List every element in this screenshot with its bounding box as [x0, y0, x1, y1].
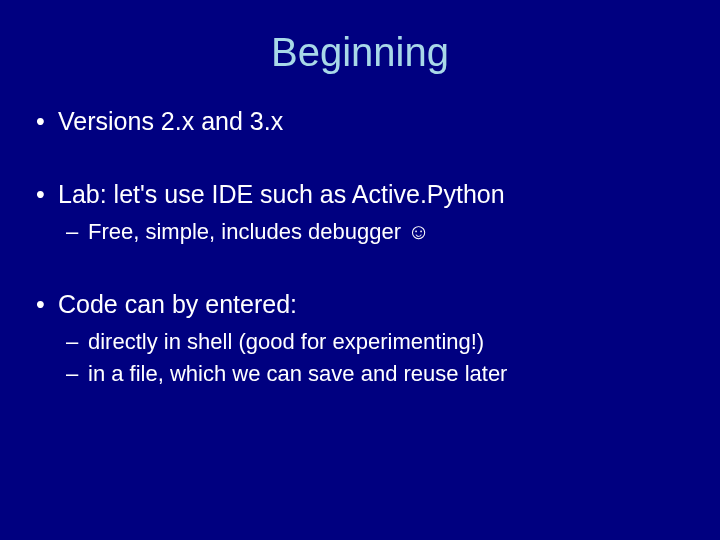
- bullet-text: Code can by entered:: [58, 290, 297, 318]
- list-item: in a file, which we can save and reuse l…: [58, 358, 690, 390]
- bullet-text: Versions 2.x and 3.x: [58, 107, 283, 135]
- slide: Beginning Versions 2.x and 3.x Lab: let'…: [0, 0, 720, 540]
- list-item: Free, simple, includes debugger ☺: [58, 216, 690, 248]
- list-item: directly in shell (good for experimentin…: [58, 326, 690, 358]
- bullet-text: Free, simple, includes debugger ☺: [88, 219, 430, 244]
- slide-title: Beginning: [30, 30, 690, 75]
- bullet-text: directly in shell (good for experimentin…: [88, 329, 484, 354]
- sub-bullet-list: directly in shell (good for experimentin…: [58, 326, 690, 390]
- bullet-list: Versions 2.x and 3.x Lab: let's use IDE …: [30, 105, 690, 390]
- sub-bullet-list: Free, simple, includes debugger ☺: [58, 216, 690, 248]
- bullet-text: Lab: let's use IDE such as Active.Python: [58, 180, 505, 208]
- list-item: Versions 2.x and 3.x: [30, 105, 690, 138]
- list-item: Lab: let's use IDE such as Active.Python…: [30, 178, 690, 248]
- bullet-text: in a file, which we can save and reuse l…: [88, 361, 507, 386]
- list-item: Code can by entered: directly in shell (…: [30, 288, 690, 390]
